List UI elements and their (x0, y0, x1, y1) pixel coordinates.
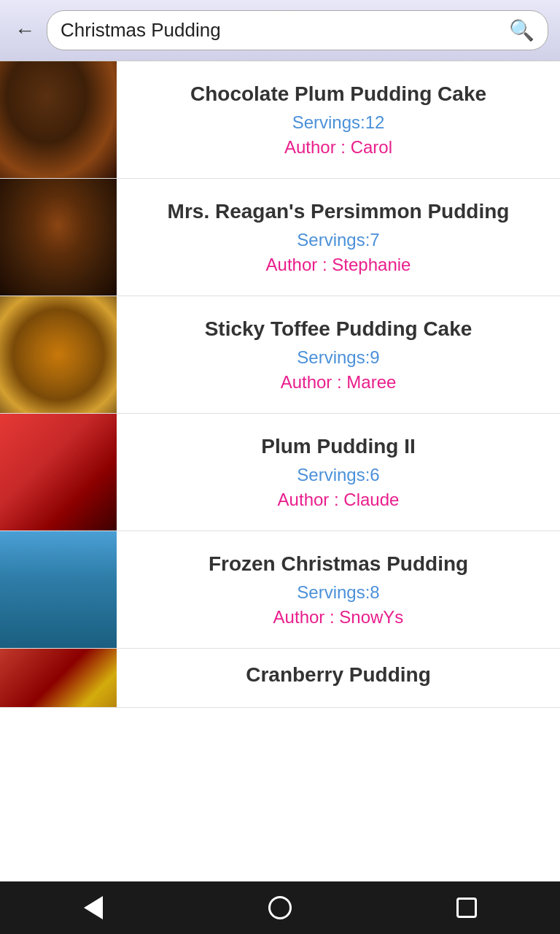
recipe-info-1: Chocolate Plum Pudding Cake Servings:12 … (117, 61, 560, 178)
recipe-item-3[interactable]: Sticky Toffee Pudding Cake Servings:9 Au… (0, 296, 560, 414)
recipe-item-6[interactable]: Cranberry Pudding (0, 649, 560, 708)
search-icon[interactable]: 🔍 (509, 18, 534, 42)
nav-back-icon (84, 896, 103, 919)
recipe-title-4: Plum Pudding II (261, 434, 416, 459)
search-input-wrapper: 🔍 (47, 10, 548, 50)
nav-home-button[interactable] (262, 889, 298, 926)
recipe-title-3: Sticky Toffee Pudding Cake (205, 317, 472, 341)
search-bar: ← 🔍 (0, 0, 560, 61)
recipe-info-5: Frozen Christmas Pudding Servings:8 Auth… (117, 531, 560, 648)
recipe-info-4: Plum Pudding II Servings:6 Author : Clau… (117, 414, 560, 530)
recipe-image-2 (0, 179, 117, 296)
recipe-title-2: Mrs. Reagan's Persimmon Pudding (168, 199, 510, 224)
recipe-item-2[interactable]: Mrs. Reagan's Persimmon Pudding Servings… (0, 179, 560, 296)
nav-home-icon (268, 896, 292, 919)
recipe-servings-1: Servings:12 (292, 112, 385, 133)
nav-recent-button[interactable] (448, 889, 485, 926)
recipe-image-5 (0, 531, 117, 648)
recipe-servings-4: Servings:6 (297, 465, 379, 485)
recipe-list: Chocolate Plum Pudding Cake Servings:12 … (0, 61, 560, 881)
recipe-info-3: Sticky Toffee Pudding Cake Servings:9 Au… (117, 296, 560, 413)
recipe-item-5[interactable]: Frozen Christmas Pudding Servings:8 Auth… (0, 531, 560, 649)
nav-back-button[interactable] (75, 889, 112, 926)
recipe-author-4: Author : Claude (278, 490, 400, 510)
recipe-image-6 (0, 649, 117, 707)
recipe-author-5: Author : SnowYs (273, 607, 404, 628)
recipe-title-6: Cranberry Pudding (246, 663, 431, 687)
back-button[interactable]: ← (12, 19, 38, 42)
recipe-servings-2: Servings:7 (297, 230, 379, 250)
recipe-info-6: Cranberry Pudding (117, 649, 560, 707)
recipe-title-5: Frozen Christmas Pudding (209, 552, 468, 576)
recipe-image-3 (0, 296, 117, 413)
recipe-image-4 (0, 414, 117, 530)
search-input[interactable] (61, 19, 503, 42)
recipe-image-1 (0, 61, 117, 178)
recipe-author-3: Author : Maree (281, 372, 397, 393)
recipe-info-2: Mrs. Reagan's Persimmon Pudding Servings… (117, 179, 560, 296)
recipe-servings-3: Servings:9 (297, 347, 379, 368)
recipe-author-1: Author : Carol (284, 137, 392, 158)
recipe-servings-5: Servings:8 (297, 582, 379, 603)
recipe-item-4[interactable]: Plum Pudding II Servings:6 Author : Clau… (0, 414, 560, 531)
recipe-title-1: Chocolate Plum Pudding Cake (190, 82, 486, 107)
recipe-item-1[interactable]: Chocolate Plum Pudding Cake Servings:12 … (0, 61, 560, 179)
nav-recent-icon (456, 898, 477, 918)
recipe-author-2: Author : Stephanie (266, 255, 411, 275)
nav-bar (0, 881, 560, 934)
